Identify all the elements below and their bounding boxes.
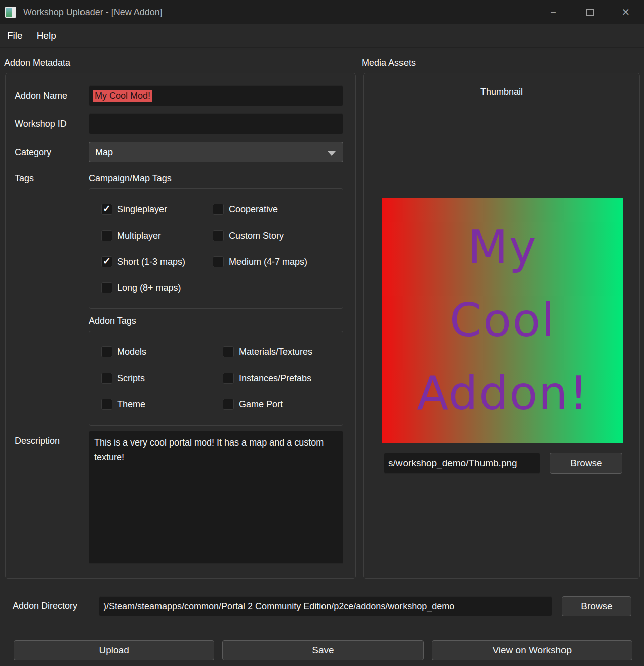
- menu-bar: File Help: [0, 24, 644, 48]
- campaign-tag-checkbox-item[interactable]: ✓ Short (1-3 maps): [101, 256, 213, 267]
- tags-label: Tags: [15, 173, 89, 184]
- checkbox-label: Custom Story: [229, 231, 284, 241]
- maximize-icon: [586, 9, 594, 16]
- checkbox-label: Singleplayer: [117, 204, 167, 215]
- menu-item[interactable]: File: [0, 27, 30, 44]
- checkbox-label: Theme: [117, 399, 145, 410]
- checkbox[interactable]: ✓: [213, 256, 224, 267]
- media-assets-section-title: Media Assets: [362, 58, 416, 68]
- close-icon: ✕: [622, 6, 630, 18]
- checkbox[interactable]: ✓: [213, 204, 224, 215]
- minimize-icon: −: [550, 7, 556, 18]
- thumbnail-path-input[interactable]: [384, 453, 540, 474]
- checkbox-label: Multiplayer: [117, 231, 161, 241]
- campaign-tag-checkbox-item[interactable]: ✓ Long (8+ maps): [101, 282, 213, 293]
- checkbox-label: Game Port: [239, 399, 283, 410]
- checkbox-label: Instances/Prefabs: [239, 373, 311, 384]
- thumbnail-text-line: My: [382, 225, 623, 271]
- window-controls: − ✕: [535, 0, 644, 24]
- workshop-id-label: Workshop ID: [15, 119, 89, 129]
- checkbox-label: Models: [117, 347, 146, 357]
- footer-action-buttons: Upload Save View on Workshop: [14, 640, 632, 660]
- checkbox[interactable]: ✓: [213, 230, 224, 241]
- workshop-uploader-window: { "window": { "title": "Workshop Uploade…: [0, 0, 644, 666]
- checkbox[interactable]: ✓: [101, 230, 112, 241]
- minimize-button[interactable]: −: [535, 0, 572, 24]
- thumbnail-text-line: Cool: [382, 298, 623, 344]
- campaign-tag-checkbox-item[interactable]: ✓ Cooperative: [213, 204, 343, 215]
- campaign-tag-checkbox-item[interactable]: ✓ Singleplayer: [101, 204, 213, 215]
- checkmark-icon: ✓: [103, 256, 111, 266]
- checkbox-label: Long (8+ maps): [117, 283, 181, 293]
- media-assets-group: Thumbnail My Cool Addon! Browse: [363, 73, 640, 579]
- category-dropdown[interactable]: Map: [89, 142, 343, 162]
- addon-name-value: My Cool Mod!: [93, 90, 152, 102]
- description-label: Description: [15, 436, 89, 447]
- addon-tag-checkbox-item[interactable]: ✓ Materials/Textures: [223, 346, 343, 357]
- menu-item[interactable]: Help: [30, 27, 63, 44]
- checkbox[interactable]: ✓: [223, 373, 234, 384]
- addon-tag-checkbox-item[interactable]: ✓ Scripts: [101, 373, 223, 384]
- campaign-tag-checkbox-item[interactable]: ✓ Multiplayer: [101, 230, 213, 241]
- thumbnail-preview-image: My Cool Addon!: [382, 198, 623, 443]
- addon-tag-checkbox-item[interactable]: ✓ Theme: [101, 399, 223, 410]
- thumbnail-text-line: Addon!: [382, 371, 623, 417]
- footer-action-button[interactable]: Save: [222, 640, 423, 660]
- campaign-tag-checkbox-item[interactable]: ✓ Medium (4-7 maps): [213, 256, 343, 267]
- addon-metadata-section-title: Addon Metadata: [4, 58, 70, 68]
- footer-action-button[interactable]: Upload: [14, 640, 214, 660]
- addon-tag-checkbox-item[interactable]: ✓ Models: [101, 346, 223, 357]
- checkbox[interactable]: ✓: [223, 399, 234, 410]
- addon-name-label: Addon Name: [15, 91, 89, 101]
- addon-directory-input[interactable]: [99, 596, 552, 616]
- checkbox[interactable]: ✓: [101, 256, 112, 267]
- campaign-map-tags-group: ✓ Singleplayer ✓ Cooperative ✓: [89, 188, 343, 309]
- addon-directory-browse-button[interactable]: Browse: [562, 596, 631, 616]
- checkbox-label: Medium (4-7 maps): [229, 257, 307, 267]
- addon-name-input[interactable]: My Cool Mod!: [89, 85, 343, 106]
- checkbox-label: Materials/Textures: [239, 347, 312, 357]
- checkbox-label: Short (1-3 maps): [117, 257, 185, 267]
- addon-tags-title: Addon Tags: [89, 316, 343, 326]
- addon-metadata-group: Addon Name My Cool Mod! Workshop ID Cate…: [5, 73, 356, 579]
- close-button[interactable]: ✕: [608, 0, 644, 24]
- category-selected-value: Map: [95, 147, 113, 158]
- checkbox[interactable]: ✓: [101, 346, 112, 357]
- title-bar[interactable]: Workshop Uploader - [New Addon] − ✕: [0, 0, 644, 24]
- checkmark-icon: ✓: [103, 204, 111, 213]
- window-title: Workshop Uploader - [New Addon]: [23, 7, 163, 18]
- addon-directory-label: Addon Directory: [13, 601, 77, 611]
- checkbox[interactable]: ✓: [101, 282, 112, 293]
- workshop-id-input[interactable]: [89, 113, 343, 134]
- checkbox[interactable]: ✓: [101, 204, 112, 215]
- chevron-down-icon: [328, 151, 336, 156]
- thumbnail-browse-button[interactable]: Browse: [550, 453, 622, 474]
- footer-action-button[interactable]: View on Workshop: [432, 640, 632, 660]
- checkbox[interactable]: ✓: [101, 373, 112, 384]
- campaign-tag-checkbox-item[interactable]: ✓ Custom Story: [213, 230, 343, 241]
- description-textarea[interactable]: This is a very cool portal mod! It has a…: [89, 431, 343, 564]
- addon-tag-checkbox-item[interactable]: ✓ Instances/Prefabs: [223, 373, 343, 384]
- thumbnail-label: Thumbnail: [364, 87, 639, 97]
- addon-tag-checkbox-item[interactable]: ✓ Game Port: [223, 399, 343, 410]
- checkbox[interactable]: ✓: [101, 399, 112, 410]
- app-icon: [5, 7, 16, 18]
- addon-tags-group: ✓ Models ✓ Materials/Textures ✓: [89, 331, 343, 426]
- checkbox-label: Cooperative: [229, 204, 278, 215]
- campaign-map-tags-title: Campaign/Map Tags: [89, 173, 343, 184]
- checkbox-label: Scripts: [117, 373, 145, 384]
- maximize-button[interactable]: [572, 0, 608, 24]
- checkbox[interactable]: ✓: [223, 346, 234, 357]
- category-label: Category: [15, 147, 89, 158]
